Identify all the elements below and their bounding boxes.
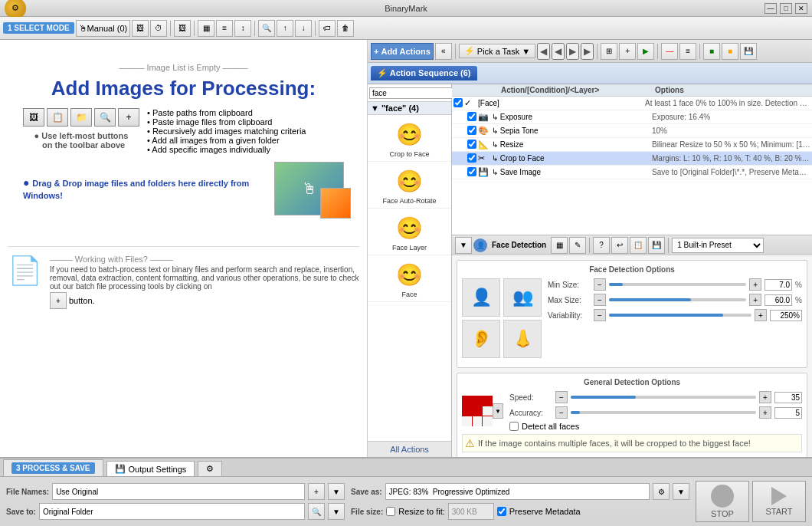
pick-task-button[interactable]: ⚡ Pick a Task ▼ xyxy=(459,44,535,58)
nav-left2-button[interactable]: ◀ xyxy=(552,43,565,60)
minimize-button[interactable]: — xyxy=(765,3,777,14)
max-size-increase-btn[interactable]: + xyxy=(749,294,761,306)
preserve-metadata-check[interactable] xyxy=(497,507,506,516)
file-names-add-btn[interactable]: + xyxy=(308,483,325,500)
green-arrow-btn[interactable]: ▶ xyxy=(637,43,654,60)
variability-value[interactable] xyxy=(770,310,802,321)
save-as-dropdown-btn[interactable]: ▼ xyxy=(673,483,689,500)
red-bar-btn[interactable]: — xyxy=(661,43,678,60)
accuracy-value[interactable] xyxy=(774,407,802,419)
color-btn2[interactable]: ■ xyxy=(722,43,738,60)
actions-group[interactable]: ▼ "face" (4) xyxy=(368,102,451,115)
all-actions-button[interactable]: All Actions xyxy=(368,441,451,457)
resize-to-fit-check[interactable] xyxy=(386,507,395,516)
max-size-value[interactable] xyxy=(765,294,792,306)
max-size-decrease-btn[interactable]: − xyxy=(594,294,606,306)
stop-button[interactable]: STOP xyxy=(696,481,749,522)
accuracy-decrease-btn[interactable]: − xyxy=(555,406,568,419)
delete-button[interactable]: 🗑 xyxy=(337,20,354,37)
table-row[interactable]: 📐 ↳ Resize Bilinear Resize to 50 % x 50 … xyxy=(452,138,812,152)
speed-value[interactable] xyxy=(774,392,802,403)
nav-left-button[interactable]: ◀ xyxy=(537,43,550,60)
color-dropdown-btn[interactable]: ▼ xyxy=(493,403,503,419)
process-save-tab[interactable]: 3 PROCESS & SAVE xyxy=(3,459,103,476)
variability-increase-btn[interactable]: + xyxy=(755,309,767,321)
sort-button[interactable]: ↕ xyxy=(234,20,251,37)
add-actions-btn[interactable]: + Add Actions xyxy=(371,43,434,60)
min-size-value[interactable] xyxy=(765,279,792,291)
filter-button[interactable]: 🔍 xyxy=(258,20,275,37)
preset-select[interactable]: 1 Built-in Preset xyxy=(672,238,764,253)
gear-tab[interactable]: ⚙ xyxy=(198,461,222,476)
save-to-browse-btn[interactable]: 🔍 xyxy=(308,503,325,520)
nav-right-button[interactable]: ▶ xyxy=(566,43,579,60)
multi-btn[interactable]: ≡ xyxy=(679,43,696,60)
variability-decrease-btn[interactable]: − xyxy=(594,309,606,321)
image-mode-button[interactable]: 🖼 xyxy=(132,20,149,37)
nav-right2-button[interactable]: ▶ xyxy=(581,43,594,60)
row-3-check[interactable] xyxy=(467,140,476,149)
table-row[interactable]: ✓ [Face] At least 1 face 0% to 100% in s… xyxy=(452,97,812,110)
accuracy-increase-btn[interactable]: + xyxy=(759,406,771,419)
list-view-button[interactable]: ≡ xyxy=(216,20,233,37)
collapse-button[interactable]: « xyxy=(435,43,452,60)
detect-all-checkbox[interactable] xyxy=(509,422,519,431)
add-btn-3[interactable]: 📁 xyxy=(70,108,92,127)
action-sequence-panel: Action/[Condition]/<Layer> Options ✓ [Fa… xyxy=(452,84,812,457)
move-up-button[interactable]: ↑ xyxy=(277,20,293,37)
save-to-dropdown-btn[interactable]: ▼ xyxy=(328,503,345,520)
row-5-check[interactable] xyxy=(467,167,476,176)
save-as-settings-btn[interactable]: ⚙ xyxy=(653,483,670,500)
table-row[interactable]: 📷 ↳ Exposure Exposure: 16.4% xyxy=(452,110,812,124)
file-names-input[interactable] xyxy=(52,483,305,500)
output-settings-tab[interactable]: 💾 Output Settings xyxy=(106,461,195,476)
pick-task-icon: ⚡ xyxy=(464,46,475,56)
add-btn-5[interactable]: + xyxy=(118,108,139,127)
add-btn-1[interactable]: 🖼 xyxy=(23,108,44,127)
action-face-layer[interactable]: 😊 Face Layer xyxy=(368,209,451,255)
file-names-dropdown-btn[interactable]: ▼ xyxy=(328,483,345,500)
speed-decrease-btn[interactable]: − xyxy=(555,391,568,403)
add-actions-label: Add Actions xyxy=(381,47,430,56)
sequence-tab[interactable]: ⚡ Action Sequence (6) xyxy=(371,66,477,81)
table-row[interactable]: 💾 ↳ Save Image Save to [Original Folder]… xyxy=(452,166,812,179)
save-as-input[interactable] xyxy=(385,483,650,500)
batch-tool-button[interactable]: + xyxy=(50,292,67,309)
add-seq-btn[interactable]: + xyxy=(619,43,636,60)
row-4-check[interactable] xyxy=(467,153,476,163)
options-copy-btn[interactable]: 📋 xyxy=(630,237,647,254)
row-2-check[interactable] xyxy=(467,126,476,135)
close-button[interactable]: ✕ xyxy=(795,3,807,14)
add-images-button[interactable]: 🖼 xyxy=(174,20,191,37)
row-1-check[interactable] xyxy=(467,112,476,121)
resize-value-input[interactable] xyxy=(448,503,494,520)
add-btn-4[interactable]: 🔍 xyxy=(94,108,116,127)
table-row[interactable]: 🎨 ↳ Sepia Tone 10% xyxy=(452,124,812,138)
action-face-auto-rotate[interactable]: 😊 Face Auto-Rotate xyxy=(368,162,451,209)
action-face[interactable]: 😊 Face xyxy=(368,255,451,302)
table-row[interactable]: ✂ ↳ Crop to Face Margins: L: 10 %, R: 10… xyxy=(452,152,812,166)
settings-mode-button[interactable]: ⏱ xyxy=(150,20,167,37)
options-view-btn[interactable]: ▦ xyxy=(551,237,568,254)
grid-view-button[interactable]: ▦ xyxy=(198,20,214,37)
collapse-options-btn[interactable]: ▼ xyxy=(455,237,472,254)
tag-button[interactable]: 🏷 xyxy=(319,20,336,37)
color-btn1[interactable]: ■ xyxy=(703,43,720,60)
manual-mode-button[interactable]: 🖱 Manual (0) xyxy=(76,20,131,37)
action-crop-to-face[interactable]: 😊 Crop to Face xyxy=(368,115,451,162)
move-down-button[interactable]: ↓ xyxy=(295,20,312,37)
save-seq-btn[interactable]: 💾 xyxy=(740,43,757,60)
save-to-input[interactable] xyxy=(39,503,305,520)
min-size-decrease-btn[interactable]: − xyxy=(594,278,606,291)
options-help-btn[interactable]: ? xyxy=(593,237,610,254)
speed-increase-btn[interactable]: + xyxy=(759,391,771,403)
options-undo-btn[interactable]: ↩ xyxy=(611,237,628,254)
add-btn-2[interactable]: 📋 xyxy=(47,108,68,127)
min-size-increase-btn[interactable]: + xyxy=(749,278,761,291)
start-button[interactable]: START xyxy=(752,481,806,522)
options-edit-btn[interactable]: ✎ xyxy=(569,237,586,254)
row-0-check[interactable] xyxy=(453,98,463,107)
maximize-button[interactable]: □ xyxy=(780,3,792,14)
grid-seq-btn[interactable]: ⊞ xyxy=(601,43,617,60)
options-save-btn[interactable]: 💾 xyxy=(648,237,665,254)
